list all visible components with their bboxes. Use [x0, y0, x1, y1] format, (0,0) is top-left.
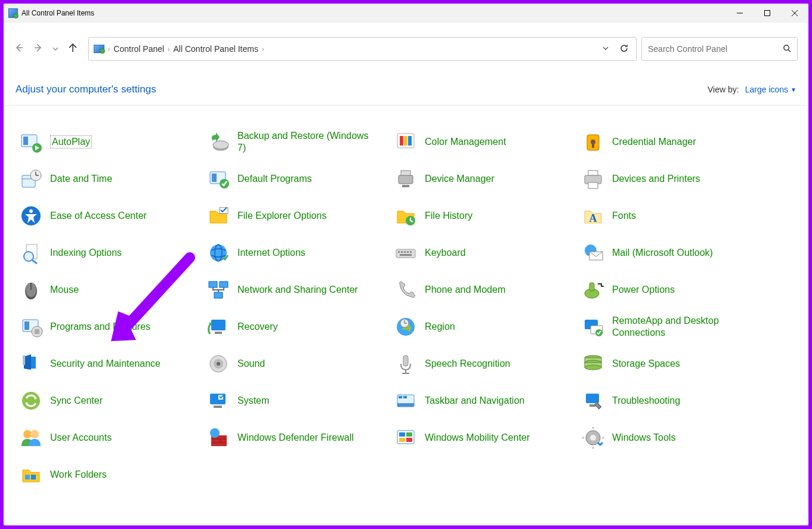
- control-panel-item-label: Sync Center: [50, 395, 103, 407]
- control-panel-item-label: Region: [425, 321, 455, 333]
- keyboard-icon: [394, 241, 418, 265]
- control-panel-item[interactable]: Troubleshooting: [578, 382, 765, 419]
- users-icon: [19, 426, 43, 450]
- control-panel-item[interactable]: Devices and Printers: [578, 160, 765, 197]
- nav-row: › Control Panel › All Control Panel Item…: [4, 36, 808, 62]
- remoteapp-icon: [581, 315, 605, 339]
- control-panel-item[interactable]: Power Options: [578, 271, 765, 308]
- svg-rect-51: [400, 254, 412, 256]
- svg-rect-65: [35, 329, 39, 334]
- control-panel-item[interactable]: User Accounts: [16, 419, 203, 456]
- arrow-up-icon: [68, 43, 78, 52]
- view-by-dropdown[interactable]: Large icons ▼: [745, 85, 796, 94]
- control-panel-item[interactable]: Phone and Modem: [390, 271, 578, 308]
- control-panel-item-label: Phone and Modem: [425, 284, 505, 296]
- breadcrumb-segment-1[interactable]: All Control Panel Items: [174, 44, 258, 54]
- control-panel-item-label: Programs and Features: [50, 321, 150, 333]
- maximize-button[interactable]: [754, 4, 781, 23]
- svg-rect-67: [215, 332, 222, 334]
- control-panel-item[interactable]: File Explorer Options: [203, 197, 390, 234]
- control-panel-item[interactable]: Credential Manager: [578, 123, 765, 160]
- close-icon: [792, 10, 798, 16]
- control-panel-item-label: Backup and Restore (Windows 7): [237, 130, 375, 154]
- sync-icon: [19, 389, 43, 413]
- control-panel-item[interactable]: Windows Mobility Center: [390, 419, 578, 456]
- control-panel-item[interactable]: AFonts: [578, 197, 765, 234]
- control-panel-item[interactable]: Network and Sharing Center: [203, 271, 390, 308]
- breadcrumb-segment-0[interactable]: Control Panel: [113, 44, 164, 54]
- control-panel-item[interactable]: Default Programs: [203, 160, 390, 197]
- svg-rect-17: [408, 136, 412, 146]
- up-button[interactable]: [68, 43, 78, 55]
- chevron-right-icon: ›: [108, 46, 110, 52]
- svg-rect-15: [400, 136, 403, 146]
- control-panel-item[interactable]: Sync Center: [16, 382, 203, 419]
- phone-icon: [394, 278, 418, 302]
- control-panel-item[interactable]: Programs and Features: [16, 308, 203, 345]
- speech-icon: [394, 352, 418, 376]
- search-box[interactable]: [641, 37, 798, 61]
- svg-rect-113: [31, 475, 36, 479]
- backup-icon: [206, 130, 230, 154]
- control-panel-item[interactable]: Region: [390, 308, 578, 345]
- search-input[interactable]: [648, 44, 783, 54]
- control-panel-item[interactable]: File History: [390, 197, 578, 234]
- control-panel-item[interactable]: Recovery: [203, 308, 390, 345]
- svg-point-98: [30, 430, 39, 438]
- control-panel-item-label: Device Manager: [425, 173, 495, 185]
- svg-rect-48: [404, 251, 406, 253]
- control-panel-item[interactable]: Mail (Microsoft Outlook): [578, 234, 765, 271]
- control-panel-item[interactable]: Color Management: [390, 123, 578, 160]
- svg-rect-27: [212, 174, 217, 182]
- control-panel-item[interactable]: Speech Recognition: [390, 345, 578, 382]
- view-by-label: View by:: [708, 85, 739, 94]
- control-panel-item[interactable]: Indexing Options: [16, 234, 203, 271]
- forward-button[interactable]: [33, 43, 43, 55]
- control-panel-item[interactable]: Security and Maintenance: [16, 345, 203, 382]
- minimize-icon: [737, 10, 743, 16]
- autoplay-icon: [19, 130, 43, 154]
- svg-point-36: [29, 209, 33, 213]
- svg-rect-16: [404, 136, 407, 146]
- tools-icon: [581, 426, 605, 450]
- close-button[interactable]: [781, 4, 808, 23]
- datetime-icon: [19, 167, 43, 191]
- control-panel-item[interactable]: Keyboard: [390, 234, 578, 271]
- svg-rect-30: [401, 171, 410, 175]
- control-panel-item[interactable]: Date and Time: [16, 160, 203, 197]
- recent-dropdown[interactable]: [53, 44, 58, 54]
- control-panel-item-label: File Explorer Options: [237, 210, 326, 222]
- control-panel-item-label: File History: [425, 210, 473, 222]
- address-bar[interactable]: › Control Panel › All Control Panel Item…: [88, 37, 637, 61]
- minimize-button[interactable]: [726, 4, 754, 23]
- svg-rect-107: [406, 432, 412, 437]
- svg-rect-31: [402, 185, 409, 187]
- control-panel-item-label: Fonts: [612, 210, 636, 222]
- control-panel-item-label: Sound: [237, 358, 265, 370]
- control-panel-item[interactable]: Ease of Access Center: [16, 197, 203, 234]
- control-panel-item[interactable]: RemoteApp and Desktop Connections: [578, 308, 765, 345]
- control-panel-item[interactable]: Sound: [203, 345, 390, 382]
- svg-point-41: [24, 252, 33, 261]
- svg-rect-34: [588, 182, 598, 188]
- back-button[interactable]: [14, 43, 24, 55]
- control-panel-item[interactable]: Windows Tools: [578, 419, 765, 456]
- control-panel-item[interactable]: Work Folders: [16, 456, 203, 493]
- control-panel-item-label: Date and Time: [50, 173, 112, 185]
- internet-icon: [206, 241, 230, 265]
- control-panel-item[interactable]: System: [203, 382, 390, 419]
- control-panel-item[interactable]: Backup and Restore (Windows 7): [203, 123, 390, 160]
- control-panel-item[interactable]: Internet Options: [203, 234, 390, 271]
- page-title: Adjust your computer's settings: [16, 83, 156, 95]
- control-panel-item[interactable]: AutoPlay: [16, 123, 203, 160]
- control-panel-item[interactable]: Taskbar and Navigation: [390, 382, 578, 419]
- address-history-dropdown[interactable]: [603, 45, 609, 53]
- control-panel-item[interactable]: Device Manager: [390, 160, 578, 197]
- control-panel-item[interactable]: Windows Defender Firewall: [203, 419, 390, 456]
- refresh-button[interactable]: [619, 44, 629, 55]
- control-panel-item[interactable]: Storage Spaces: [578, 345, 765, 382]
- window-controls: [726, 4, 808, 23]
- svg-rect-61: [589, 283, 594, 291]
- control-panel-item[interactable]: Mouse: [16, 271, 203, 308]
- items-area: AutoPlayBackup and Restore (Windows 7)Co…: [4, 106, 808, 525]
